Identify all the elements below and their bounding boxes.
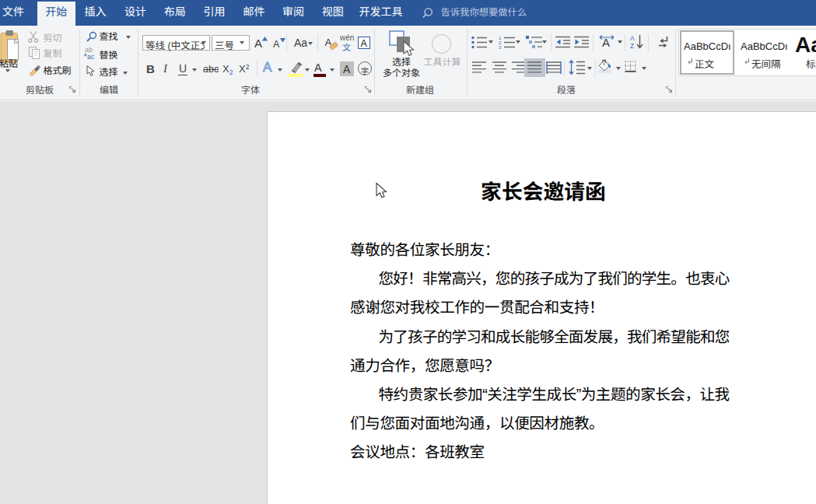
svg-text:A: A bbox=[630, 34, 635, 42]
svg-text:ac: ac bbox=[87, 53, 95, 61]
svg-text:Z: Z bbox=[630, 42, 634, 50]
svg-text:3: 3 bbox=[499, 45, 502, 50]
